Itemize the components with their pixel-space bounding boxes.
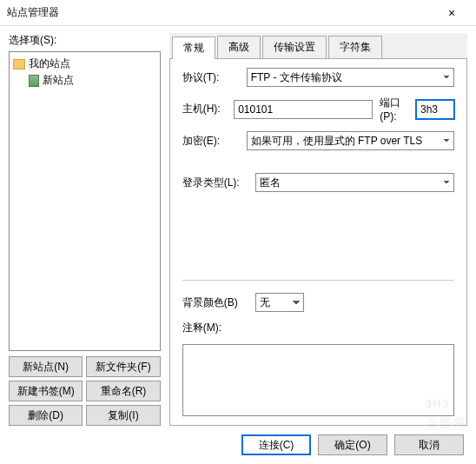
encryption-select[interactable]: 如果可用，使用显式的 FTP over TLS	[247, 131, 454, 150]
left-pane: 选择项(S): 我的站点 新站点 新站点(N) 新文件夹(F) 新建书签(M) …	[9, 33, 161, 426]
ok-button[interactable]: 确定(O)	[318, 434, 387, 455]
new-site-button[interactable]: 新站点(N)	[9, 356, 83, 377]
tab-charset[interactable]: 字符集	[328, 36, 382, 58]
site-tree[interactable]: 我的站点 新站点	[9, 51, 161, 351]
notes-label: 注释(M):	[182, 321, 221, 335]
protocol-select[interactable]: FTP - 文件传输协议	[247, 68, 454, 87]
encryption-label: 加密(E):	[182, 134, 240, 149]
bgcolor-select[interactable]: 无	[255, 293, 304, 312]
tree-root[interactable]: 我的站点	[13, 56, 156, 72]
tree-buttons: 新站点(N) 新文件夹(F) 新建书签(M) 重命名(R) 删除(D) 复制(I…	[9, 356, 161, 426]
tab-advanced[interactable]: 高级	[217, 36, 261, 58]
connect-button[interactable]: 连接(C)	[241, 434, 311, 455]
tab-general[interactable]: 常规	[172, 36, 215, 59]
port-input[interactable]	[416, 100, 454, 119]
select-label: 选择项(S):	[9, 33, 161, 48]
site-icon	[29, 75, 39, 87]
content: 选择项(S): 我的站点 新站点 新站点(N) 新文件夹(F) 新建书签(M) …	[0, 26, 476, 426]
port-label: 端口(P):	[380, 96, 409, 123]
divider	[182, 280, 454, 281]
general-panel: 协议(T): FTP - 文件传输协议 主机(H): 端口(P): 加密(E):…	[169, 59, 467, 426]
login-type-label: 登录类型(L):	[182, 176, 248, 190]
notes-input[interactable]	[182, 344, 454, 416]
footer: 连接(C) 确定(O) 取消	[0, 426, 476, 464]
folder-icon	[13, 59, 25, 70]
close-icon[interactable]: ×	[434, 6, 469, 20]
rename-button[interactable]: 重命名(R)	[86, 381, 160, 401]
tree-root-label: 我的站点	[29, 56, 70, 71]
login-type-select[interactable]: 匿名	[255, 173, 454, 192]
delete-button[interactable]: 删除(D)	[9, 405, 83, 426]
host-input[interactable]	[234, 100, 373, 119]
new-folder-button[interactable]: 新文件夹(F)	[86, 356, 160, 377]
right-pane: 常规 高级 传输设置 字符集 协议(T): FTP - 文件传输协议 主机(H)…	[169, 33, 467, 426]
titlebar: 站点管理器 ×	[0, 0, 476, 26]
window-title: 站点管理器	[7, 5, 434, 20]
bgcolor-label: 背景颜色(B)	[182, 295, 248, 310]
host-label: 主机(H):	[182, 102, 228, 116]
tab-bar: 常规 高级 传输设置 字符集	[169, 33, 467, 59]
tree-child[interactable]: 新站点	[13, 72, 156, 89]
new-bookmark-button[interactable]: 新建书签(M)	[9, 381, 83, 401]
tree-child-label: 新站点	[43, 73, 74, 88]
cancel-button[interactable]: 取消	[394, 434, 464, 455]
tab-transfer[interactable]: 传输设置	[262, 36, 327, 58]
copy-button[interactable]: 复制(I)	[86, 405, 160, 426]
protocol-label: 协议(T):	[182, 70, 240, 85]
